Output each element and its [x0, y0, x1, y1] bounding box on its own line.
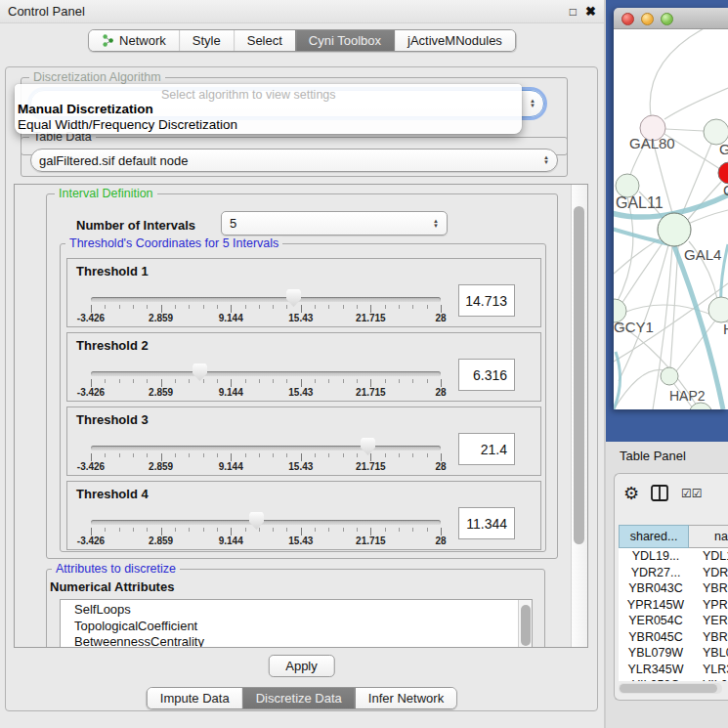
group-label: Interval Definition [55, 187, 157, 200]
settings-scrollbar-thumb[interactable] [574, 206, 584, 544]
slider-tick-label: 2.859 [149, 461, 173, 472]
tab-network[interactable]: Network [89, 30, 179, 51]
node-right [708, 297, 728, 322]
control-panel-title: Control Panel [8, 0, 85, 23]
network-canvas[interactable]: GAL80 GA C GAL11 GAL4 GCY1 H HAP2 [614, 29, 728, 409]
attribute-list-item[interactable]: BetweennessCentrality [74, 634, 532, 648]
table-row[interactable]: YBR045CYBR0 [619, 629, 728, 646]
threshold-value-field[interactable]: 14.713 [458, 284, 515, 317]
cell-shared-name[interactable]: YBR045C [619, 629, 693, 646]
node-bottom [689, 403, 712, 409]
table-row[interactable]: YLR345WYLR3 [619, 662, 728, 678]
slider-track[interactable] [91, 297, 441, 302]
slider-tick-label: 28 [435, 387, 446, 398]
slider-track[interactable] [91, 371, 441, 376]
cell-shared-name[interactable]: YLR345W [619, 662, 693, 678]
close-icon[interactable]: ✖ [585, 0, 596, 23]
slider-track[interactable] [91, 520, 441, 525]
cell-name[interactable]: YLR3 [693, 662, 728, 678]
close-traffic-light-icon[interactable] [621, 13, 634, 25]
threshold-value-field[interactable]: 21.4 [458, 433, 515, 465]
threshold-coordinates-group: Threshold's Coordinates for 5 Intervals … [60, 243, 546, 552]
apply-button[interactable]: Apply [268, 655, 335, 677]
cell-name[interactable]: YIL0 [693, 677, 728, 681]
table-panel-region: Table Panel ⚙ ☑☑ shared... na YDL19...YD… [606, 442, 728, 728]
table-hscrollbar-thumb[interactable] [620, 684, 717, 693]
tab-label: Select [247, 33, 282, 48]
slider-tick-label: -3.426 [77, 313, 105, 323]
column-header-shared-name[interactable]: shared... [619, 525, 689, 548]
table-row[interactable]: YPR145WYPR1 [619, 597, 728, 614]
list-scrollbar[interactable] [518, 600, 532, 648]
number-of-intervals-select[interactable]: 5 ▲▼ [221, 211, 448, 236]
slider-tick-label: 15.43 [288, 535, 313, 546]
gear-icon[interactable]: ⚙ [623, 483, 639, 504]
cell-shared-name[interactable]: YPR145W [619, 597, 693, 614]
zoom-traffic-light-icon[interactable] [661, 13, 673, 25]
dropdown-item-manual-discretization[interactable]: Manual Discretization [18, 102, 153, 116]
tab-jactivemnodules[interactable]: jActiveMNodules [394, 30, 515, 51]
split-columns-icon[interactable] [651, 485, 668, 501]
node-label: H [723, 321, 728, 337]
table-header-row: shared... na [619, 525, 728, 548]
table-row[interactable]: YIL052CYIL0 [619, 677, 728, 681]
attribute-list-item[interactable]: SelfLoops [74, 602, 532, 619]
table-data-select[interactable]: galFiltered.sif default node ▲▼ [30, 149, 558, 172]
cyni-toolbox-panel: Discretization Algorithm ▲▼ Select algor… [5, 66, 598, 711]
cell-name[interactable]: YDR2 [693, 565, 728, 581]
slider-ticks [91, 528, 442, 535]
cell-shared-name[interactable]: YDR27... [619, 565, 693, 581]
settings-scrollbar[interactable] [571, 185, 587, 647]
number-of-intervals-label: Number of Intervals [76, 218, 195, 233]
list-scrollbar-thumb[interactable] [521, 605, 531, 646]
node-label: GAL80 [629, 135, 675, 151]
tab-label: Impute Data [160, 691, 230, 706]
tab-select[interactable]: Select [234, 30, 295, 51]
threshold-value-field[interactable]: 11.344 [458, 507, 515, 539]
table-row[interactable]: YDL19...YDL1 [619, 548, 728, 565]
select-columns-icon[interactable]: ☑☑ [681, 487, 703, 500]
float-window-icon[interactable]: □ [570, 0, 577, 23]
tab-discretize-data[interactable]: Discretize Data [242, 688, 355, 708]
slider-tick-label: 2.859 [149, 535, 173, 546]
threshold-title: Threshold 3 [76, 412, 149, 427]
threshold-value-field[interactable]: 6.316 [458, 359, 515, 391]
cell-shared-name[interactable]: YBL079W [619, 645, 693, 662]
network-view-window[interactable]: GAL80 GA C GAL11 GAL4 GCY1 H HAP2 [614, 8, 728, 409]
cell-name[interactable]: YBR0 [693, 580, 728, 597]
node-label: GAL11 [616, 194, 664, 211]
table-panel: ⚙ ☑☑ shared... na YDL19...YDL1YDR27...YD… [614, 473, 728, 701]
cell-name[interactable]: YDL1 [693, 548, 728, 565]
slider-tick-label: 9.144 [219, 387, 243, 398]
slider-ticks [91, 379, 442, 387]
slider-tick-label: 21.715 [356, 535, 386, 546]
table-row[interactable]: YBL079WYBL0 [619, 645, 728, 662]
tab-impute-data[interactable]: Impute Data [148, 688, 242, 708]
tab-infer-network[interactable]: Infer Network [355, 688, 456, 708]
cell-shared-name[interactable]: YBR043C [619, 580, 693, 597]
attribute-list-item[interactable]: TopologicalCoefficient [74, 619, 532, 635]
table-hscrollbar[interactable] [619, 683, 722, 694]
table-row[interactable]: YER054CYER0 [619, 613, 728, 629]
minimize-traffic-light-icon[interactable] [641, 13, 654, 25]
table-row[interactable]: YBR043CYBR0 [619, 580, 728, 597]
column-header-name[interactable]: na [689, 525, 728, 548]
cell-name[interactable]: YBR0 [693, 629, 728, 646]
dropdown-item-equal-width-frequency[interactable]: Equal Width/Frequency Discretization [18, 117, 237, 132]
threshold-panel-2: Threshold 2 -3.4262.8599.14415.4321.7152… [66, 332, 541, 402]
cell-name[interactable]: YER0 [693, 613, 728, 629]
threshold-panel-1: Threshold 1 -3.4262.8599.14415.4321.7152… [66, 258, 541, 327]
slider-track[interactable] [91, 446, 441, 450]
tab-style[interactable]: Style [179, 30, 234, 51]
cell-shared-name[interactable]: YIL052C [619, 677, 693, 681]
cell-shared-name[interactable]: YDL19... [619, 548, 693, 565]
tab-cyni-toolbox[interactable]: Cyni Toolbox [295, 30, 394, 51]
slider-tick-label: 15.43 [288, 313, 313, 323]
table-row[interactable]: YDR27...YDR2 [619, 565, 728, 581]
cell-name[interactable]: YPR1 [693, 597, 728, 614]
slider-ticks [91, 453, 442, 461]
cell-shared-name[interactable]: YER054C [619, 613, 693, 629]
slider-ticks [91, 305, 442, 313]
cell-name[interactable]: YBL0 [693, 645, 728, 662]
spinner-icon: ▲▼ [433, 219, 439, 229]
